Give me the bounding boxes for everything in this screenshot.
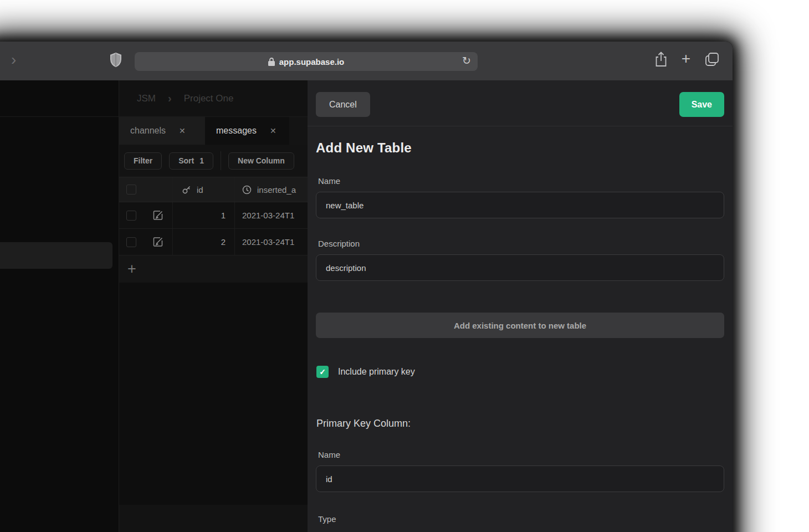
plus-icon: + xyxy=(127,262,136,277)
table-actions: Filter Sort 1 New Column xyxy=(119,145,308,177)
cell-id[interactable]: 1 xyxy=(173,202,235,228)
row-checkbox[interactable] xyxy=(126,237,136,247)
app-sidebar xyxy=(0,80,119,532)
tab-channels[interactable]: channels ✕ xyxy=(119,117,205,145)
grid-empty-area xyxy=(119,283,308,505)
breadcrumb-project[interactable]: Project One xyxy=(184,93,234,104)
tab-overview-icon[interactable] xyxy=(705,52,719,66)
desktop-background: › app.supabase.io ↻ xyxy=(0,0,809,532)
divider xyxy=(221,151,221,170)
cancel-button[interactable]: Cancel xyxy=(316,92,370,117)
shield-icon[interactable] xyxy=(110,53,122,67)
data-grid: id inserted_a xyxy=(119,177,308,505)
tab-messages[interactable]: messages ✕ xyxy=(205,117,289,145)
tab-label: messages xyxy=(216,126,257,136)
filter-label: Filter xyxy=(134,156,152,165)
table-row[interactable]: 2 2021-03-24T1 xyxy=(119,229,308,255)
app-content: JSM › Project One channels ✕ messages ✕ xyxy=(0,80,733,532)
toolbar-right-icons: + xyxy=(655,52,719,67)
sort-count-badge: 1 xyxy=(199,156,204,165)
close-icon[interactable]: ✕ xyxy=(270,126,277,135)
tab-label: channels xyxy=(130,126,166,136)
browser-window: › app.supabase.io ↻ xyxy=(0,42,733,532)
include-primary-key-label: Include primary key xyxy=(338,367,415,377)
column-header-id[interactable]: id xyxy=(197,185,203,195)
cell-id[interactable]: 2 xyxy=(173,229,235,255)
refresh-icon[interactable]: ↻ xyxy=(462,54,471,67)
primary-key-section-title: Primary Key Column: xyxy=(316,418,724,429)
address-bar[interactable]: app.supabase.io ↻ xyxy=(135,52,478,71)
include-primary-key-checkbox[interactable]: ✓ xyxy=(316,366,329,378)
panel-header: Cancel Save xyxy=(308,80,733,126)
key-icon xyxy=(182,185,191,195)
sort-label: Sort xyxy=(178,156,194,165)
cell-inserted-at[interactable]: 2021-03-24T1 xyxy=(235,202,308,228)
add-existing-content-button[interactable]: Add existing content to new table xyxy=(316,313,724,338)
new-column-label: New Column xyxy=(238,156,285,165)
browser-toolbar: › app.supabase.io ↻ xyxy=(0,42,733,80)
include-primary-key-row: ✓ Include primary key xyxy=(316,366,724,378)
column-header-inserted-at[interactable]: inserted_a xyxy=(257,185,296,195)
breadcrumb-org[interactable]: JSM xyxy=(137,93,156,104)
filter-button[interactable]: Filter xyxy=(124,152,162,170)
add-row-button[interactable]: + xyxy=(119,255,308,283)
add-table-panel: Cancel Save Add New Table Name Descripti… xyxy=(308,80,733,532)
sort-button[interactable]: Sort 1 xyxy=(169,152,213,170)
chevron-right-icon: › xyxy=(168,92,172,105)
table-row[interactable]: 1 2021-03-24T1 xyxy=(119,202,308,229)
pk-name-label: Name xyxy=(316,450,724,459)
new-tab-icon[interactable]: + xyxy=(682,50,690,67)
sidebar-selected-item[interactable] xyxy=(0,242,112,269)
url-text: app.supabase.io xyxy=(279,57,345,66)
sidebar-header xyxy=(0,80,119,117)
edit-row-icon[interactable] xyxy=(153,237,163,247)
edit-row-icon[interactable] xyxy=(153,210,163,221)
pk-type-label: Type xyxy=(316,514,724,524)
grid-header-row: id inserted_a xyxy=(119,177,308,202)
forward-icon[interactable]: › xyxy=(11,50,16,70)
name-label: Name xyxy=(316,176,724,186)
table-description-input[interactable] xyxy=(316,254,724,281)
pk-name-input[interactable] xyxy=(316,466,724,492)
new-column-button[interactable]: New Column xyxy=(228,152,294,170)
select-all-checkbox[interactable] xyxy=(126,185,136,195)
table-name-input[interactable] xyxy=(316,192,724,218)
table-editor: JSM › Project One channels ✕ messages ✕ xyxy=(119,80,308,532)
table-tabs: channels ✕ messages ✕ xyxy=(119,117,308,145)
panel-body: Add New Table Name Description Add exist… xyxy=(308,140,733,524)
lock-icon xyxy=(268,58,275,66)
breadcrumb: JSM › Project One xyxy=(119,80,308,117)
cell-inserted-at[interactable]: 2021-03-24T1 xyxy=(235,229,308,255)
row-checkbox[interactable] xyxy=(126,211,136,221)
share-icon[interactable] xyxy=(655,52,667,67)
save-button[interactable]: Save xyxy=(679,92,724,117)
panel-title: Add New Table xyxy=(316,140,724,156)
close-icon[interactable]: ✕ xyxy=(179,126,186,135)
clock-icon xyxy=(242,185,252,195)
description-label: Description xyxy=(316,239,724,248)
